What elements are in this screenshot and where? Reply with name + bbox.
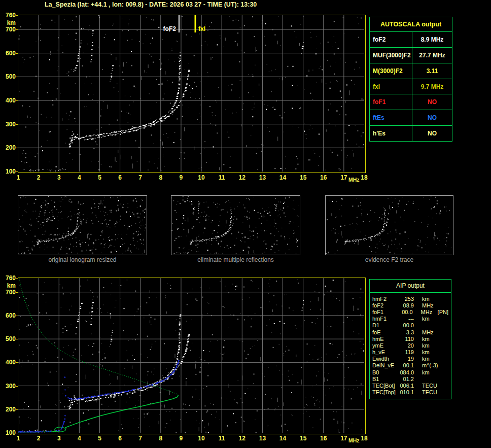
- aip-row-b0: B0084.0km: [370, 369, 451, 375]
- aip-label: D1: [372, 322, 399, 328]
- aip-unit: km: [422, 296, 439, 302]
- y-tick-mark: [16, 100, 18, 101]
- autoscala-row-hes: h'EsNO: [370, 126, 452, 141]
- autoscala-row-label: MUF(3000)F2: [370, 48, 412, 63]
- aip-unit: MHz: [422, 329, 439, 335]
- y-tick-mark: [16, 339, 18, 339]
- aip-row-hve: h_vE119km: [370, 349, 451, 356]
- aip-row-d1: D100.0: [370, 322, 451, 329]
- aip-unit: MHz: [421, 309, 438, 315]
- autoscala-row-m3000f2: M(3000)F23.11: [370, 63, 452, 79]
- x-axis-unit: MHz: [348, 177, 360, 183]
- x-tick-label: 13: [255, 174, 270, 181]
- aip-table-title: AIP output: [370, 280, 451, 293]
- y-tick-label: 500: [0, 74, 16, 80]
- aip-table-rows: hmF2253kmfoF208.9MHzfoF100.0MHz[PN]hmF1-…: [370, 295, 451, 396]
- e-valley-loop: [55, 427, 66, 432]
- foF2-marker-label: foF2: [163, 25, 177, 32]
- y-tick-label: 700: [0, 26, 16, 33]
- aip-row-ewidth: Ewidth19km: [370, 356, 451, 362]
- aip-val: 01.2: [399, 376, 414, 382]
- aip-val: 20: [399, 342, 414, 349]
- y-tick-mark: [16, 53, 18, 54]
- aip-label: hmE: [372, 336, 399, 342]
- aip-unit: km: [422, 316, 439, 322]
- autoscala-row-fof2: foF28.9 MHz: [370, 32, 452, 48]
- x-tick-label: 12: [234, 435, 250, 442]
- foF2-marker-line: [179, 15, 180, 32]
- y-tick-mark: [16, 29, 18, 30]
- x-tick-label: 3: [51, 174, 66, 181]
- autoscala-row-muf3000f2: MUF(3000)F227.7 MHz: [370, 48, 452, 63]
- x-tick-label: 10: [194, 435, 209, 442]
- x-tick-label: 5: [92, 435, 107, 442]
- x-tick-label: 2: [31, 174, 46, 181]
- autoscala-row-value: 3.11: [412, 67, 452, 75]
- aip-label: h_vE: [372, 349, 399, 355]
- y-tick-label: 600: [0, 313, 16, 319]
- y-tick-mark: [16, 433, 18, 433]
- x-tick-label: 1: [11, 435, 26, 442]
- aip-val: 253: [399, 296, 414, 302]
- aip-label: B1: [372, 376, 399, 382]
- y-tick-label: 700: [0, 289, 16, 296]
- y-tick-label: 600: [0, 50, 16, 57]
- fxI-marker-label: fxI: [198, 25, 205, 32]
- autoscala-row-label: ftEs: [370, 110, 412, 125]
- autoscala-row-value: 9.7 MHz: [412, 83, 452, 90]
- autoscala-row-label: foF2: [370, 32, 412, 47]
- aip-unit: km: [422, 349, 439, 355]
- aip-label: Ewidth: [372, 356, 399, 362]
- y-tick-mark: [16, 362, 18, 363]
- autoscala-row-label: foF1: [370, 94, 412, 110]
- page-title: La_Spezia (lat: +44.1 , lon: 009.8) - DA…: [45, 1, 257, 8]
- aip-val: 3.3: [399, 329, 414, 335]
- x-tick-label: 9: [173, 174, 189, 181]
- autoscala-row-label: h'Es: [370, 126, 412, 141]
- x-tick-label: 11: [214, 435, 229, 442]
- autoscala-row-label: fxI: [370, 79, 412, 94]
- x-tick-label: 10: [194, 174, 209, 181]
- thumbnail-original-ionogram: [18, 195, 147, 255]
- aip-row-foe: foE3.3MHz: [370, 329, 451, 335]
- x-tick-label: 11: [214, 174, 229, 181]
- bottom-ionogram-plot: [18, 278, 366, 434]
- x-tick-label: 15: [296, 174, 311, 181]
- y-tick-label: 400: [0, 97, 16, 104]
- autoscala-table-title: AUTOSCALA output: [370, 17, 452, 32]
- aip-label: foF1: [372, 309, 398, 315]
- thumbnail-caption-evidence: evidence F2 trace: [325, 256, 453, 263]
- y-tick-mark: [16, 148, 18, 148]
- thumbnail-evidence-f2: [325, 195, 453, 255]
- aip-label: hmF1: [372, 316, 399, 322]
- x-tick-label: 14: [275, 435, 291, 442]
- aip-row-hmf1: hmF1---km: [370, 316, 451, 322]
- aip-row-fof1: foF100.0MHz[PN]: [370, 308, 451, 315]
- aip-label: foE: [372, 329, 399, 335]
- aip-label: B0: [372, 369, 399, 375]
- x-tick-label: 2: [31, 435, 46, 442]
- aip-unit: km: [422, 336, 439, 342]
- y-tick-mark: [16, 409, 18, 410]
- x-tick-label: 8: [153, 174, 168, 181]
- y-tick-label: 200: [0, 145, 16, 151]
- x-tick-label: 16: [316, 435, 331, 442]
- autoscala-row-value: NO: [412, 130, 452, 137]
- autoscala-row-label: M(3000)F2: [370, 63, 412, 79]
- aip-label: hmF2: [372, 296, 399, 302]
- y-tick-mark: [16, 124, 18, 125]
- aip-row-fof2: foF208.9MHz: [370, 302, 451, 308]
- thumbnail-eliminate-reflections: [171, 195, 300, 255]
- thumbnail-original-canvas: [18, 196, 146, 254]
- aip-val: 00.0: [399, 322, 414, 328]
- autoscala-window: La_Spezia (lat: +44.1 , lon: 009.8) - DA…: [0, 0, 491, 448]
- fxI-marker-line: [195, 15, 196, 32]
- aip-label: foF2: [372, 302, 399, 308]
- y-tick-mark: [16, 316, 18, 316]
- aip-label: TEC[Top]: [372, 389, 399, 395]
- x-tick-label: 7: [133, 174, 148, 181]
- autoscala-row-value: 8.9 MHz: [412, 36, 452, 43]
- x-tick-label: 14: [275, 174, 291, 181]
- thumbnail-eliminate-canvas: [171, 196, 299, 254]
- aip-unit: km: [422, 342, 439, 349]
